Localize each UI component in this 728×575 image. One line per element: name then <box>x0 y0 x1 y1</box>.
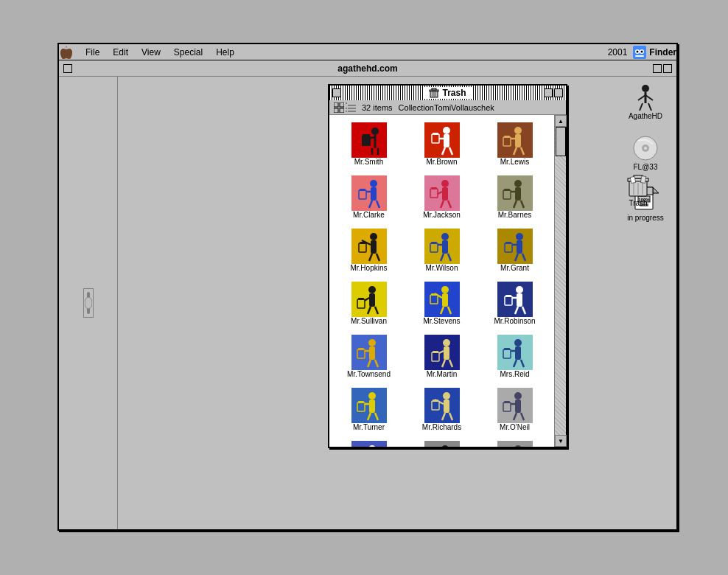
trash-zoom-1[interactable] <box>544 88 553 97</box>
svg-rect-131 <box>444 346 449 360</box>
menu-file[interactable]: File <box>80 46 105 59</box>
list-item[interactable]: Mr.Lewis <box>480 119 550 170</box>
trash-desktop-icon <box>625 171 651 198</box>
menu-help[interactable]: Help <box>210 46 240 59</box>
svg-rect-0 <box>633 46 646 59</box>
mr-townsend-icon <box>351 335 387 370</box>
list-item[interactable]: Mr.Jackson <box>407 172 477 223</box>
list-item[interactable]: Mr.Robinson <box>480 279 550 329</box>
view-controls <box>334 102 356 113</box>
zoom-button-2[interactable] <box>663 64 672 73</box>
svg-rect-88 <box>431 242 437 244</box>
svg-rect-115 <box>517 293 522 307</box>
svg-rect-152 <box>358 401 364 403</box>
scroll-up-button[interactable]: ▲ <box>555 115 567 127</box>
trash-window: Trash <box>328 84 567 448</box>
list-view-icon[interactable] <box>346 102 356 113</box>
svg-rect-55 <box>359 190 366 199</box>
mr-quinn-icon <box>424 441 460 447</box>
trash-content: Mr.Smith <box>329 115 566 447</box>
svg-rect-169 <box>351 441 387 447</box>
mr-grant-icon <box>497 229 533 264</box>
list-item[interactable]: Mr.Turner <box>334 385 404 435</box>
mr-oneil-icon <box>497 388 533 423</box>
list-item[interactable]: Mr.Richards <box>407 385 477 435</box>
scroll-down-button[interactable]: ▼ <box>555 435 567 447</box>
list-item[interactable]: Mr.Stevens <box>407 279 477 329</box>
svg-point-138 <box>514 339 522 346</box>
mr-robinson-label: Mr.Robinson <box>494 317 535 326</box>
desktop-icon-trash[interactable]: Trash <box>615 171 662 207</box>
close-button[interactable] <box>63 64 72 73</box>
svg-rect-127 <box>357 349 365 358</box>
svg-point-90 <box>516 233 523 240</box>
mr-jackson-label: Mr.Jackson <box>423 211 461 220</box>
trash-title-bar[interactable]: Trash <box>329 86 566 100</box>
list-item[interactable]: Mr.Barnes <box>480 172 550 223</box>
mr-sullivan-icon <box>351 282 387 317</box>
list-item[interactable]: Mr.Edwards <box>334 438 404 447</box>
svg-rect-215 <box>640 176 645 184</box>
svg-rect-15 <box>340 102 344 107</box>
svg-point-114 <box>516 286 523 293</box>
list-item[interactable]: Mr.Clarke <box>334 172 404 223</box>
menu-bar: File Edit View Special Help 2001 Finder <box>59 44 676 60</box>
outer-title-bar: agathehd.com <box>59 60 676 77</box>
svg-point-82 <box>441 233 449 240</box>
svg-rect-56 <box>360 189 365 191</box>
sidebar-handle[interactable] <box>83 288 94 318</box>
list-item[interactable]: Mr.Martin <box>407 332 477 382</box>
trash-item-count: 32 items <box>362 103 393 112</box>
trash-zoom-2[interactable] <box>554 88 563 97</box>
menu-special[interactable]: Special <box>168 46 209 59</box>
finder-badge: Finder <box>633 46 676 59</box>
list-item[interactable]: Mr.Sullivan <box>334 279 404 329</box>
svg-point-146 <box>368 392 376 400</box>
list-item[interactable]: Mr.Smith <box>334 119 404 170</box>
grid-view-icon[interactable] <box>334 102 344 113</box>
mr-jackson-icon <box>424 175 460 211</box>
svg-point-106 <box>441 286 449 293</box>
svg-rect-71 <box>503 190 511 199</box>
sidebar <box>59 77 118 529</box>
menu-edit[interactable]: Edit <box>107 46 134 59</box>
svg-rect-21 <box>346 108 347 109</box>
mr-wilson-icon <box>424 229 460 264</box>
zoom-button-1[interactable] <box>653 64 662 73</box>
apple-menu[interactable] <box>59 45 74 60</box>
svg-rect-151 <box>357 402 365 411</box>
mr-richards-label: Mr.Richards <box>422 423 461 432</box>
finder-label: Finder <box>649 47 676 58</box>
svg-rect-64 <box>431 187 437 189</box>
list-item[interactable]: Mr.Wilson <box>407 226 477 276</box>
mr-sullivan-label: Mr.Sullivan <box>351 317 387 326</box>
list-item[interactable]: Mr.Brown <box>407 119 477 170</box>
svg-rect-18 <box>348 105 356 106</box>
menu-right: 2001 Finder <box>608 46 676 59</box>
list-item[interactable]: Mr.Townsend <box>334 332 404 382</box>
svg-rect-31 <box>362 136 371 146</box>
svg-rect-185 <box>497 441 533 447</box>
list-item[interactable]: Mr.O'Neil <box>480 385 550 435</box>
list-item[interactable]: Mr.Quinn <box>407 438 477 447</box>
svg-point-122 <box>368 339 376 346</box>
scroll-thumb[interactable] <box>556 127 566 156</box>
scrollbar[interactable]: ▲ ▼ <box>554 115 566 447</box>
mr-brown-icon <box>424 122 460 158</box>
svg-point-3 <box>637 50 639 52</box>
svg-rect-14 <box>334 102 338 107</box>
svg-point-201 <box>644 147 647 150</box>
trash-close-button[interactable] <box>332 88 341 97</box>
list-item[interactable]: Mr.Warren <box>480 438 550 447</box>
list-item[interactable]: Mr.Grant <box>480 226 550 276</box>
desktop-icon-agathehd[interactable]: AgatheHD <box>622 84 669 120</box>
menu-view[interactable]: View <box>136 46 167 59</box>
trash-zoom-controls <box>544 88 563 97</box>
svg-rect-40 <box>433 133 438 135</box>
desktop-icon-fl33[interactable]: FL@33 <box>622 135 669 171</box>
menu-items: File Edit View Special Help <box>80 46 240 59</box>
svg-rect-104 <box>358 298 364 300</box>
list-item[interactable]: Mr.Hopkins <box>334 226 404 276</box>
list-item[interactable]: Mrs.Reid <box>480 332 550 382</box>
svg-rect-23 <box>346 111 347 112</box>
